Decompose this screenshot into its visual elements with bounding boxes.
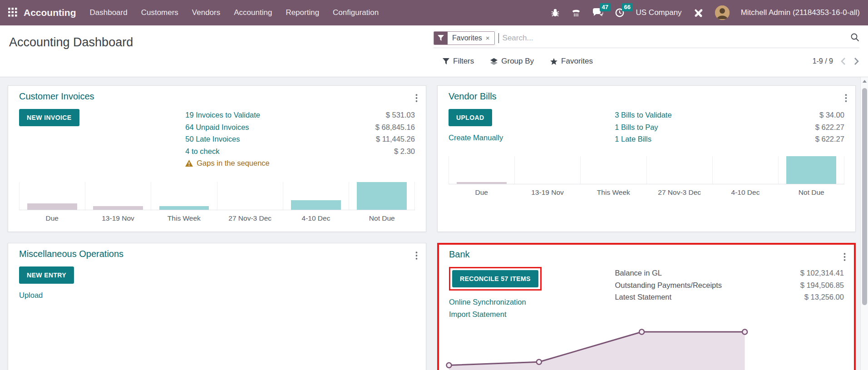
nav-item-customers[interactable]: Customers: [141, 8, 178, 17]
text-cursor: [498, 33, 499, 43]
activity-clock-icon[interactable]: 66: [615, 8, 625, 18]
facet-label: Favorites: [448, 32, 485, 44]
upload-link[interactable]: Upload: [19, 289, 185, 301]
card-misc-operations: Miscellaneous Operations NEW ENTRY Uploa…: [8, 243, 426, 370]
create-manually-link[interactable]: Create Manually: [449, 132, 615, 144]
chart-bar[interactable]: [93, 206, 143, 210]
chart-axis-label: This Week: [151, 214, 217, 222]
stat-row: 64 Unpaid Invoices$ 68,845.16: [185, 121, 415, 133]
card-title-customer-invoices[interactable]: Customer Invoices: [19, 91, 415, 102]
bank-balance-line-chart[interactable]: [449, 311, 844, 370]
messages-count-badge: 47: [600, 3, 611, 11]
to-check-link[interactable]: 4 to check: [185, 145, 219, 158]
chart-bar[interactable]: [786, 156, 836, 184]
search-bar[interactable]: Favorites ×: [434, 30, 859, 48]
chart-column[interactable]: [713, 156, 779, 184]
stat-row: Balance in GL$ 102,314.41: [615, 267, 844, 279]
company-switcher[interactable]: US Company: [636, 8, 682, 17]
funnel-icon: [443, 58, 449, 64]
pager-previous-button[interactable]: [840, 57, 846, 65]
chart-axis-label: 13-19 Nov: [85, 214, 151, 222]
vertical-scrollbar[interactable]: [860, 77, 868, 370]
user-menu[interactable]: Mitchell Admin (21184353-16-0-all): [741, 8, 860, 17]
app-name[interactable]: Accounting: [24, 7, 76, 18]
customer-invoices-bar-chart[interactable]: Due13-19 NovThis Week27 Nov-3 Dec4-10 De…: [19, 182, 415, 222]
nav-item-accounting[interactable]: Accounting: [234, 8, 272, 17]
search-magnifier-icon[interactable]: [850, 33, 859, 44]
chart-column[interactable]: [85, 182, 151, 210]
search-input[interactable]: [503, 34, 847, 43]
new-invoice-button[interactable]: NEW INVOICE: [19, 109, 79, 126]
facet-remove-icon[interactable]: ×: [485, 32, 494, 44]
chart-column[interactable]: [449, 156, 515, 184]
bills-to-pay-link[interactable]: 1 Bills to Pay: [615, 121, 658, 133]
card-menu-kebab-icon[interactable]: [843, 92, 849, 105]
nav-item-vendors[interactable]: Vendors: [192, 8, 220, 17]
chart-column[interactable]: [515, 156, 581, 184]
chart-column[interactable]: [779, 156, 844, 184]
chart-column[interactable]: [151, 182, 217, 210]
card-menu-kebab-icon[interactable]: [414, 92, 419, 105]
dashboard-content: Customer Invoices NEW INVOICE 19 Invoice…: [0, 77, 868, 370]
chart-axis-label: Due: [19, 214, 85, 222]
card-menu-kebab-icon[interactable]: [842, 251, 848, 264]
search-facet-favorites[interactable]: Favorites ×: [434, 31, 495, 45]
card-title-bank[interactable]: Bank: [449, 249, 844, 260]
stat-row: 19 Invoices to Validate$ 531.03: [185, 109, 415, 121]
user-avatar[interactable]: [715, 5, 730, 20]
late-bills-link[interactable]: 1 Late Bills: [615, 133, 651, 145]
chart-column[interactable]: [581, 156, 646, 184]
unpaid-invoices-link[interactable]: 64 Unpaid Invoices: [185, 121, 249, 133]
chart-column[interactable]: [217, 182, 283, 210]
debug-bug-icon[interactable]: [551, 8, 560, 17]
group-by-button[interactable]: Group By: [490, 57, 534, 66]
chart-column[interactable]: [647, 156, 713, 184]
stat-amount: $ 68,845.16: [375, 121, 415, 133]
chart-column[interactable]: [283, 182, 349, 210]
voip-phone-icon[interactable]: [571, 8, 581, 18]
online-synchronization-link[interactable]: Online Synchronization: [449, 296, 615, 308]
chart-axis-label: 27 Nov-3 Dec: [217, 214, 283, 222]
tools-icon[interactable]: [693, 8, 704, 18]
card-title-misc-operations[interactable]: Miscellaneous Operations: [19, 249, 415, 259]
filters-button[interactable]: Filters: [443, 57, 474, 66]
nav-item-reporting[interactable]: Reporting: [286, 8, 319, 17]
top-navbar: Accounting Dashboard Customers Vendors A…: [0, 0, 868, 25]
chart-bar[interactable]: [291, 200, 341, 209]
chart-bar[interactable]: [457, 182, 507, 183]
chart-bar[interactable]: [27, 203, 77, 209]
sequence-gap-warning[interactable]: Gaps in the sequence: [185, 157, 415, 169]
bills-to-validate-link[interactable]: 3 Bills to Validate: [615, 109, 671, 121]
new-entry-button[interactable]: NEW ENTRY: [19, 266, 74, 284]
stat-amount: $ 622.27: [815, 133, 844, 145]
stat-amount: $ 531.03: [386, 109, 415, 121]
scrollbar-up-arrow-icon[interactable]: [861, 77, 868, 85]
late-invoices-link[interactable]: 50 Late Invoices: [185, 133, 240, 145]
stat-amount: $ 11,445.26: [376, 133, 415, 145]
favorites-button[interactable]: Favorites: [550, 57, 593, 66]
nav-item-configuration[interactable]: Configuration: [333, 8, 379, 17]
card-title-vendor-bills[interactable]: Vendor Bills: [449, 91, 844, 102]
messages-icon[interactable]: 47: [592, 8, 603, 18]
chart-column[interactable]: [349, 182, 415, 210]
card-bank: Bank RECONCILE 57 ITEMS Online Synchroni…: [437, 243, 856, 370]
upload-bill-button[interactable]: UPLOAD: [449, 109, 492, 126]
apps-grid-icon: [8, 8, 17, 18]
card-menu-kebab-icon[interactable]: [414, 250, 419, 263]
chart-bar[interactable]: [357, 182, 407, 210]
chart-column[interactable]: [20, 182, 85, 210]
stat-row: 50 Late Invoices$ 11,445.26: [185, 133, 415, 145]
chart-axis-label: 27 Nov-3 Dec: [646, 188, 712, 197]
reconcile-items-button[interactable]: RECONCILE 57 ITEMS: [452, 270, 538, 287]
page-title: Accounting Dashboard: [9, 35, 133, 49]
chart-bar[interactable]: [159, 206, 209, 210]
invoices-to-validate-link[interactable]: 19 Invoices to Validate: [185, 109, 260, 121]
scrollbar-thumb[interactable]: [862, 88, 867, 305]
stat-amount: $ 13,256.00: [804, 291, 844, 303]
pager-range: 1-9 / 9: [813, 57, 833, 65]
vendor-bills-bar-chart[interactable]: Due13-19 NovThis Week27 Nov-3 Dec4-10 De…: [449, 156, 844, 197]
apps-menu-button[interactable]: [8, 8, 17, 18]
nav-item-dashboard[interactable]: Dashboard: [90, 8, 128, 17]
pager-next-button[interactable]: [853, 57, 859, 65]
star-icon: [550, 58, 557, 65]
